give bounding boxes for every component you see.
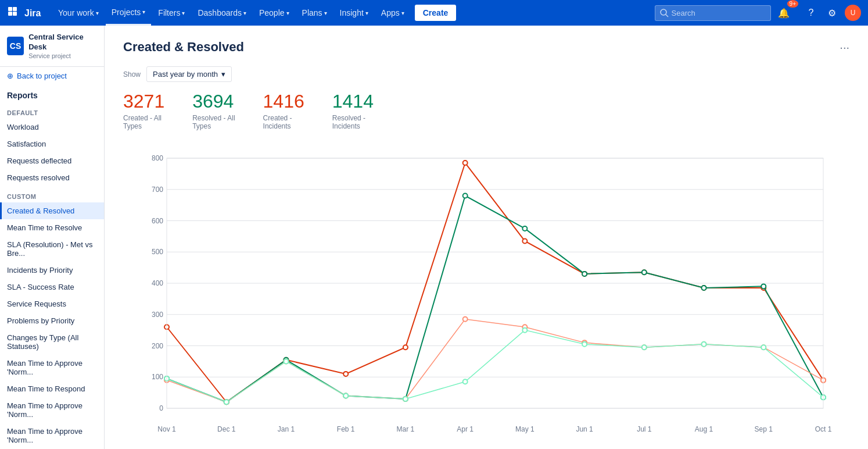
nav-projects[interactable]: Projects▾: [106, 0, 152, 26]
sidebar-item-changes-type[interactable]: Changes by Type (All Statuses): [0, 329, 104, 355]
svg-text:Jira: Jira: [24, 8, 41, 18]
search-input[interactable]: [655, 5, 771, 21]
svg-point-80: [582, 342, 587, 347]
svg-point-43: [522, 239, 527, 244]
sidebar-item-problems-priority[interactable]: Problems by Priority: [0, 312, 104, 329]
sidebar-item-incidents-priority[interactable]: Incidents by Priority: [0, 262, 104, 279]
svg-point-59: [761, 284, 766, 289]
help-button[interactable]: ?: [803, 5, 819, 21]
svg-rect-0: [8, 7, 12, 11]
stats-row: 3271 Created - AllTypes 3694 Resolved - …: [123, 91, 849, 130]
svg-text:700: 700: [152, 186, 163, 194]
svg-text:Jun 1: Jun 1: [576, 425, 593, 433]
svg-text:Aug 1: Aug 1: [695, 425, 713, 433]
create-button[interactable]: Create: [415, 5, 457, 21]
sidebar-item-sla-success[interactable]: SLA - Success Rate: [0, 279, 104, 295]
project-header: CS Central Service Desk Service project: [0, 26, 104, 67]
line-chart: 0100200300400500600700800Nov 1Dec 1Jan 1…: [123, 147, 849, 437]
nav-plans[interactable]: Plans▾: [296, 0, 333, 26]
avatar[interactable]: U: [845, 5, 861, 21]
more-options-button[interactable]: ···: [840, 41, 849, 54]
show-label: Show: [123, 70, 141, 79]
default-section-label: DEFAULT: [0, 102, 104, 119]
svg-text:0: 0: [159, 404, 163, 412]
svg-point-5: [661, 9, 666, 15]
svg-text:Mar 1: Mar 1: [397, 425, 415, 433]
search-icon: [659, 8, 669, 17]
svg-rect-2: [8, 12, 12, 16]
sidebar-item-mean-time-respond[interactable]: Mean Time to Respond: [0, 380, 104, 397]
svg-point-56: [582, 272, 587, 276]
page-title: Created & Resolved: [123, 40, 244, 55]
stat-label-created-incidents: Created -Incidents: [263, 114, 304, 130]
sidebar-item-mean-time-approve1[interactable]: Mean Time to Approve 'Norm...: [0, 355, 104, 380]
svg-rect-3: [13, 12, 17, 16]
sidebar-item-service-requests[interactable]: Service Requests: [0, 295, 104, 312]
svg-point-76: [343, 394, 348, 398]
svg-point-58: [702, 286, 706, 290]
sidebar-item-mean-time-resolve[interactable]: Mean Time to Resolve: [0, 219, 104, 236]
project-name: Central Service Desk: [28, 33, 97, 52]
svg-point-74: [224, 400, 229, 404]
jira-wordmark: Jira: [24, 7, 48, 19]
period-dropdown[interactable]: Past year by month ▾: [146, 66, 232, 82]
svg-text:Oct 1: Oct 1: [815, 425, 832, 433]
svg-text:Jan 1: Jan 1: [278, 425, 295, 433]
nav-your-work[interactable]: Your work▾: [52, 0, 105, 26]
nav-menu: Your work▾ Projects▾ Filters▾ Dashboards…: [52, 0, 650, 26]
stat-label-resolved-incidents: Resolved -Incidents: [332, 114, 374, 130]
stat-resolved-all: 3694 Resolved - AllTypes: [192, 91, 235, 130]
notifications-button[interactable]: 🔔 9+: [776, 5, 798, 21]
svg-text:200: 200: [152, 342, 163, 350]
nav-filters[interactable]: Filters▾: [152, 0, 191, 26]
nav-people[interactable]: People▾: [253, 0, 295, 26]
sidebar-item-sla-resolution[interactable]: SLA (Resolution) - Met vs Bre...: [0, 236, 104, 262]
project-type: Service project: [28, 52, 97, 59]
nav-right: 🔔 9+ ? ⚙ U: [655, 5, 861, 21]
nav-insight[interactable]: Insight▾: [334, 0, 374, 26]
sidebar-item-workload[interactable]: Workload: [0, 119, 104, 136]
stat-label-resolved-all: Resolved - AllTypes: [192, 114, 235, 130]
sidebar-item-requests-deflected[interactable]: Requests deflected: [0, 152, 104, 169]
svg-point-79: [522, 328, 527, 333]
svg-text:100: 100: [152, 373, 163, 381]
svg-point-41: [403, 345, 408, 350]
stat-number-created-all: 3271: [123, 91, 164, 112]
svg-text:Dec 1: Dec 1: [217, 425, 236, 433]
svg-point-55: [522, 226, 527, 231]
stat-number-resolved-all: 3694: [192, 91, 235, 112]
reports-header: Reports: [0, 85, 104, 102]
back-to-project[interactable]: ⊕ Back to project: [0, 67, 104, 85]
sidebar-item-mean-time-approve3[interactable]: Mean Time to Approve 'Norm...: [0, 423, 104, 448]
sidebar: CS Central Service Desk Service project …: [0, 26, 105, 449]
stat-resolved-incidents: 1414 Resolved -Incidents: [332, 91, 374, 130]
svg-text:500: 500: [152, 248, 163, 256]
grid-icon: [7, 6, 21, 20]
svg-text:800: 800: [152, 154, 163, 162]
chart-container: 0100200300400500600700800Nov 1Dec 1Jan 1…: [123, 147, 849, 439]
svg-point-83: [761, 345, 766, 350]
svg-text:Feb 1: Feb 1: [337, 425, 355, 433]
stat-label-created-all: Created - AllTypes: [123, 114, 164, 130]
svg-text:Jul 1: Jul 1: [637, 425, 652, 433]
svg-point-57: [642, 270, 647, 275]
sidebar-item-requests-resolved[interactable]: Requests resolved: [0, 169, 104, 186]
settings-button[interactable]: ⚙: [824, 5, 840, 21]
show-row: Show Past year by month ▾: [123, 66, 849, 82]
app-logo[interactable]: Jira: [7, 6, 48, 20]
svg-point-66: [463, 317, 468, 322]
svg-text:600: 600: [152, 217, 163, 225]
svg-text:Apr 1: Apr 1: [457, 425, 474, 433]
sidebar-item-satisfaction[interactable]: Satisfaction: [0, 136, 104, 152]
custom-section-label: CUSTOM: [0, 186, 104, 202]
nav-dashboards[interactable]: Dashboards▾: [192, 0, 252, 26]
svg-point-82: [702, 342, 706, 347]
nav-apps[interactable]: Apps▾: [375, 0, 410, 26]
page-title-row: Created & Resolved ···: [123, 40, 849, 55]
stat-number-created-incidents: 1416: [263, 91, 304, 112]
sidebar-item-mean-time-approve2[interactable]: Mean Time to Approve 'Norm...: [0, 397, 104, 423]
svg-point-54: [463, 194, 468, 198]
svg-text:May 1: May 1: [515, 425, 535, 433]
sidebar-item-created-resolved[interactable]: Created & Resolved: [0, 202, 104, 219]
svg-text:Sep 1: Sep 1: [755, 425, 773, 433]
